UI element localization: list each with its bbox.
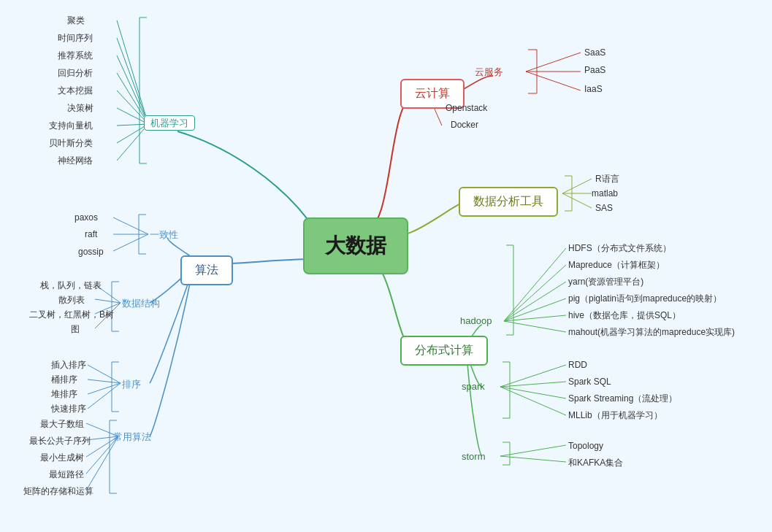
svg-line-38 — [117, 55, 148, 124]
node-bucket-sort: 桶排序 — [51, 374, 77, 386]
node-decision-tree: 决策树 — [67, 102, 93, 115]
node-data-tools: 数据分析工具 — [459, 187, 558, 217]
node-sas: SAS — [595, 202, 613, 213]
node-topology: Topology — [568, 440, 603, 451]
svg-line-15 — [500, 382, 566, 387]
svg-line-14 — [500, 365, 566, 387]
node-saas: SaaS — [584, 47, 605, 58]
node-recommend: 推荐系统 — [58, 50, 93, 62]
node-gossip: gossip — [78, 246, 104, 257]
node-sort: 排序 — [122, 378, 141, 391]
node-hive: hive（数据仓库，提供SQL） — [568, 309, 681, 322]
node-clustering: 聚类 — [67, 15, 85, 27]
node-insert-sort: 插入排序 — [51, 359, 86, 371]
svg-line-13 — [504, 321, 566, 332]
node-data-struct: 数据结构 — [122, 297, 160, 310]
node-nn: 神经网络 — [58, 155, 93, 167]
svg-line-24 — [95, 299, 121, 303]
node-matlab: matlab — [592, 188, 618, 198]
svg-line-16 — [500, 387, 566, 398]
node-matrix: 矩阵的存储和运算 — [23, 485, 93, 498]
svg-line-11 — [504, 298, 566, 321]
node-mapreduce: Mapreduce（计算框架） — [568, 259, 665, 271]
svg-line-36 — [117, 20, 148, 124]
node-rlang: R语言 — [595, 173, 619, 185]
node-kafka: 和KAFKA集合 — [568, 457, 623, 469]
cloud-label: 云计算 — [415, 87, 450, 99]
node-text-mining: 文本挖掘 — [58, 85, 93, 97]
node-svm: 支持向量机 — [49, 120, 93, 132]
svg-line-8 — [504, 248, 566, 321]
node-hdfs: HDFS（分布式文件系统） — [568, 242, 671, 255]
node-iaas: IaaS — [584, 83, 603, 94]
node-shortest-path: 最短路径 — [49, 469, 84, 481]
node-spark-sql: Spark SQL — [568, 376, 611, 387]
node-storm: storm — [462, 451, 486, 462]
data-tools-label: 数据分析工具 — [473, 195, 543, 207]
node-stack: 栈，队列，链表 — [40, 280, 102, 292]
node-rdd: RDD — [568, 359, 587, 370]
node-consistency: 一致性 — [150, 228, 178, 242]
node-algorithm: 算法 — [180, 255, 233, 285]
svg-line-18 — [500, 445, 566, 456]
node-regression: 回归分析 — [58, 67, 93, 80]
svg-line-29 — [88, 383, 121, 394]
svg-line-30 — [88, 383, 121, 409]
svg-line-27 — [88, 365, 121, 383]
node-spark-streaming: Spark Streaming（流处理） — [568, 393, 677, 405]
node-max-subarray: 最大子数组 — [40, 418, 84, 431]
node-yarn: yarn(资源管理平台) — [568, 276, 643, 288]
svg-line-2 — [526, 72, 581, 90]
svg-line-28 — [88, 379, 121, 383]
center-node: 大数据 — [303, 217, 408, 274]
node-bayes: 贝叶斯分类 — [49, 137, 93, 150]
algorithm-label: 算法 — [195, 263, 218, 276]
node-distributed: 分布式计算 — [400, 336, 488, 366]
node-heap-sort: 堆排序 — [51, 388, 77, 401]
node-hash: 散列表 — [58, 294, 85, 307]
node-raft: raft — [85, 228, 97, 239]
node-mllib: MLLib（用于机器学习） — [568, 409, 662, 422]
node-mst: 最小生成树 — [40, 452, 84, 464]
node-docker: Docker — [451, 119, 478, 130]
node-tree: 二叉树，红黑树，B树 — [29, 309, 114, 321]
distributed-label: 分布式计算 — [415, 344, 473, 356]
node-openstack: Openstack — [446, 102, 487, 113]
node-paas: PaaS — [584, 64, 605, 75]
node-graph: 图 — [71, 323, 80, 336]
node-common-algo: 常用算法 — [113, 431, 151, 444]
node-timeseries: 时间序列 — [58, 32, 93, 45]
svg-line-7 — [562, 193, 592, 208]
svg-line-17 — [500, 387, 566, 415]
svg-line-9 — [504, 265, 566, 321]
svg-line-37 — [117, 38, 148, 124]
node-mahout: mahout(机器学习算法的mapreduce实现库) — [568, 326, 735, 339]
svg-line-10 — [504, 282, 566, 321]
node-pig: pig（piglatin语句到mapreduce的映射） — [568, 293, 722, 305]
node-hadoop: hadoop — [460, 315, 492, 326]
node-lcs: 最长公共子序列 — [29, 435, 91, 447]
svg-line-12 — [504, 315, 566, 321]
cloud-service-label: 云服务 — [475, 66, 503, 77]
svg-line-35 — [86, 436, 118, 490]
svg-line-20 — [113, 217, 148, 234]
node-cloud-service: 云服务 — [475, 66, 503, 79]
node-paxos: paxos — [74, 212, 98, 223]
node-quick-sort: 快速排序 — [51, 403, 86, 415]
node-spark: spark — [462, 381, 485, 392]
center-label: 大数据 — [325, 234, 386, 257]
svg-line-19 — [500, 456, 566, 462]
svg-line-0 — [526, 53, 581, 72]
svg-line-22 — [113, 234, 148, 251]
node-ml: 机器学习 — [144, 117, 195, 130]
svg-line-5 — [562, 179, 592, 193]
